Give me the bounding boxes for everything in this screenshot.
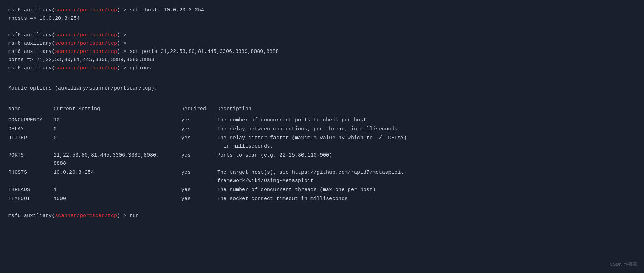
module-options-header: Module options (auxiliary/scanner/portsc… bbox=[8, 84, 636, 93]
cell-description: The socket connect timeout in millisecon… bbox=[217, 195, 424, 204]
watermark: CSDN @暮源 bbox=[609, 261, 637, 268]
cell-required: yes bbox=[181, 195, 217, 204]
module-bottom: scanner/portscan/tcp bbox=[55, 213, 117, 219]
table-row: CONCURRENCY10yesThe number of concurrent… bbox=[8, 116, 424, 125]
terminal-line-bottom: msf6 auxiliary(scanner/portscan/tcp) > r… bbox=[8, 212, 636, 220]
terminal-line-8: msf6 auxiliary(scanner/portscan/tcp) > o… bbox=[8, 64, 636, 73]
cmd-6: ) > set ports 21,22,53,80,81,445,3306,33… bbox=[117, 49, 279, 55]
cell-description: Ports to scan (e.g. 22-25,80,110-900) bbox=[217, 151, 424, 168]
cell-name: CONCURRENCY bbox=[8, 116, 54, 125]
module-4: scanner/portscan/tcp bbox=[55, 32, 117, 38]
cell-name: DELAY bbox=[8, 125, 54, 134]
cell-name: TIMEOUT bbox=[8, 195, 54, 204]
cmd-4: ) > bbox=[117, 32, 126, 38]
terminal-line-1: msf6 auxiliary(scanner/portscan/tcp) > s… bbox=[8, 6, 636, 15]
cell-setting: 10 bbox=[54, 116, 181, 125]
cell-setting: 1000 bbox=[54, 195, 181, 204]
blank-line-4 bbox=[8, 204, 636, 212]
terminal-window: msf6 auxiliary(scanner/portscan/tcp) > s… bbox=[8, 6, 636, 220]
cell-required: yes bbox=[181, 151, 217, 168]
table-row: DELAY0yesThe delay between connections, … bbox=[8, 125, 424, 134]
cell-required: yes bbox=[181, 125, 217, 134]
cell-required: yes bbox=[181, 116, 217, 125]
prompt-1: msf6 auxiliary( bbox=[8, 7, 55, 13]
col-header-description: Description bbox=[217, 105, 424, 116]
module-8: scanner/portscan/tcp bbox=[55, 65, 117, 71]
col-header-setting: Current Setting bbox=[54, 105, 181, 116]
cmd-bottom: ) > run bbox=[117, 213, 139, 219]
cell-name: JITTER bbox=[8, 134, 54, 151]
col-header-name: Name bbox=[8, 105, 54, 116]
cell-setting: 0 bbox=[54, 125, 181, 134]
cmd-1: ) > set rhosts 10.0.20.3-254 bbox=[117, 7, 204, 13]
cell-setting: 1 bbox=[54, 186, 181, 195]
cell-required: yes bbox=[181, 186, 217, 195]
prompt-6: msf6 auxiliary( bbox=[8, 49, 55, 55]
terminal-line-6: msf6 auxiliary(scanner/portscan/tcp) > s… bbox=[8, 48, 636, 56]
cell-setting: 21,22,53,80,81,445,3306,3389,8080, 8888 bbox=[54, 151, 181, 168]
table-row: RHOSTS10.0.20.3-254yesThe target host(s)… bbox=[8, 168, 424, 186]
cell-description: The number of concurrent threads (max on… bbox=[217, 186, 424, 195]
terminal-line-7: ports => 21,22,53,80,81,445,3306,3389,80… bbox=[8, 56, 636, 64]
table-row: PORTS21,22,53,80,81,445,3306,3389,8080, … bbox=[8, 151, 424, 168]
blank-line-2 bbox=[8, 73, 636, 81]
prompt-bottom: msf6 auxiliary( bbox=[8, 213, 55, 219]
terminal-line-4: msf6 auxiliary(scanner/portscan/tcp) > bbox=[8, 31, 636, 39]
table-row: TIMEOUT1000yesThe socket connect timeout… bbox=[8, 195, 424, 204]
prompt-8: msf6 auxiliary( bbox=[8, 65, 55, 71]
cmd-8: ) > options bbox=[117, 65, 151, 71]
cell-description: The delay between connections, per threa… bbox=[217, 125, 424, 134]
cell-setting: 0 bbox=[54, 134, 181, 151]
table-row: JITTER0yesThe delay jitter factor (maxim… bbox=[8, 134, 424, 151]
cell-name: PORTS bbox=[8, 151, 54, 168]
terminal-line-2: rhosts => 10.0.20.3-254 bbox=[8, 15, 636, 23]
options-table: Name Current Setting Required Descriptio… bbox=[8, 105, 424, 204]
cell-description: The number of concurrent ports to check … bbox=[217, 116, 424, 125]
cell-description: The delay jitter factor (maximum value b… bbox=[217, 134, 424, 151]
cmd-5: ) > bbox=[117, 40, 126, 46]
cell-setting: 10.0.20.3-254 bbox=[54, 168, 181, 186]
prompt-5: msf6 auxiliary( bbox=[8, 40, 55, 46]
cell-name: THREADS bbox=[8, 186, 54, 195]
table-row: THREADS1yesThe number of concurrent thre… bbox=[8, 186, 424, 195]
cell-required: yes bbox=[181, 168, 217, 186]
terminal-line-5: msf6 auxiliary(scanner/portscan/tcp) > bbox=[8, 39, 636, 48]
cell-name: RHOSTS bbox=[8, 168, 54, 186]
module-1: scanner/portscan/tcp bbox=[55, 7, 117, 13]
module-6: scanner/portscan/tcp bbox=[55, 49, 117, 55]
module-5: scanner/portscan/tcp bbox=[55, 40, 117, 46]
blank-line-3 bbox=[8, 95, 636, 104]
cell-description: The target host(s), see https://github.c… bbox=[217, 168, 424, 186]
blank-line-1 bbox=[8, 23, 636, 31]
prompt-4: msf6 auxiliary( bbox=[8, 32, 55, 38]
cell-required: yes bbox=[181, 134, 217, 151]
col-header-required: Required bbox=[181, 105, 217, 116]
